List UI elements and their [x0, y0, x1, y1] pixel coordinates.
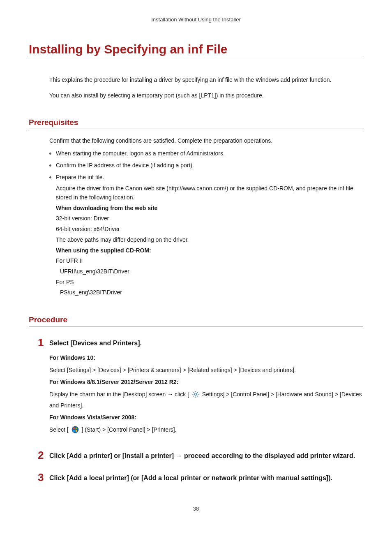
procedure-heading: Procedure	[29, 315, 363, 326]
prerequisites-path: 32-bit version: Driver	[56, 214, 363, 223]
step-os-text: Select [Settings] > [Devices] > [Printer…	[49, 366, 363, 375]
step-os-heading: For Windows Vista/Server 2008:	[49, 413, 363, 422]
step-title: Click [Add a printer] or [Install a prin…	[49, 450, 355, 460]
svg-rect-4	[73, 430, 75, 432]
step-os-text-post: ] (Start) > [Control Panel] > [Printers]…	[81, 426, 176, 433]
prerequisites-heading: Prerequisites	[29, 118, 363, 129]
step-os-text: Display the charm bar in the [Desktop] s…	[49, 390, 363, 410]
step-body: For Windows 10: Select [Settings] > [Dev…	[49, 354, 363, 437]
step-number: 2	[38, 450, 49, 460]
prerequisites-list: When starting the computer, logon as a m…	[49, 149, 363, 297]
procedure-step: 3 Click [Add a local printer] (or [Add a…	[38, 472, 363, 483]
prerequisites-item: Prepare the inf file. Acquire the driver…	[49, 173, 363, 297]
svg-rect-2	[73, 428, 75, 429]
step-number: 3	[38, 472, 49, 483]
step-number: 1	[38, 337, 49, 348]
procedure-step: 2 Click [Add a printer] or [Install a pr…	[38, 450, 363, 460]
step-os-text: Select [ ] (Start) > [Control Panel] > […	[49, 426, 363, 437]
prerequisites-subhead: When downloading from the web site	[56, 204, 363, 213]
svg-point-1	[71, 426, 78, 433]
prerequisites-path: UFRII\us_eng\32BIT\Driver	[60, 267, 363, 276]
prerequisites-note: The above paths may differ depending on …	[56, 236, 363, 245]
intro-block: This explains the procedure for installi…	[29, 76, 363, 100]
prerequisites-path: 64-bit version: x64\Driver	[56, 225, 363, 234]
prerequisites-item: When starting the computer, logon as a m…	[49, 149, 363, 158]
intro-paragraph-2: You can also install by selecting a temp…	[49, 91, 363, 100]
intro-paragraph-1: This explains the procedure for installi…	[49, 76, 363, 85]
step-os-heading: For Windows 8/8.1/Server 2012/Server 201…	[49, 378, 363, 387]
step-os-text-pre: Display the charm bar in the [Desktop] s…	[49, 391, 189, 398]
prerequisites-body: Confirm that the following conditions ar…	[49, 136, 363, 297]
windows-start-icon	[71, 426, 79, 437]
prerequisites-subhead: When using the supplied CD-ROM:	[56, 246, 363, 255]
page-number: 38	[29, 506, 363, 512]
prerequisites-path-label: For PS	[56, 278, 363, 287]
svg-rect-3	[75, 428, 77, 429]
prerequisites-detail: Acquire the driver from the Canon web si…	[56, 184, 363, 202]
running-head: Installation Without Using the Installer	[29, 16, 363, 23]
step-title: Select [Devices and Printers].	[49, 337, 142, 348]
prerequisites-item: Confirm the IP address of the device (if…	[49, 161, 363, 170]
page-title: Installing by Specifying an inf File	[29, 42, 363, 59]
prerequisites-path: PS\us_eng\32BIT\Driver	[60, 288, 363, 297]
svg-rect-5	[75, 430, 77, 432]
svg-point-0	[194, 393, 196, 395]
step-os-heading: For Windows 10:	[49, 354, 363, 363]
procedure-step: 1 Select [Devices and Printers].	[38, 337, 363, 348]
gear-icon	[191, 390, 200, 401]
prerequisites-lead: Confirm that the following conditions ar…	[49, 136, 363, 145]
prerequisites-item-label: Prepare the inf file.	[56, 174, 104, 180]
step-title: Click [Add a local printer] (or [Add a l…	[49, 472, 332, 483]
prerequisites-path-label: For UFR II	[56, 257, 363, 266]
step-os-text-pre: Select [	[49, 426, 69, 433]
